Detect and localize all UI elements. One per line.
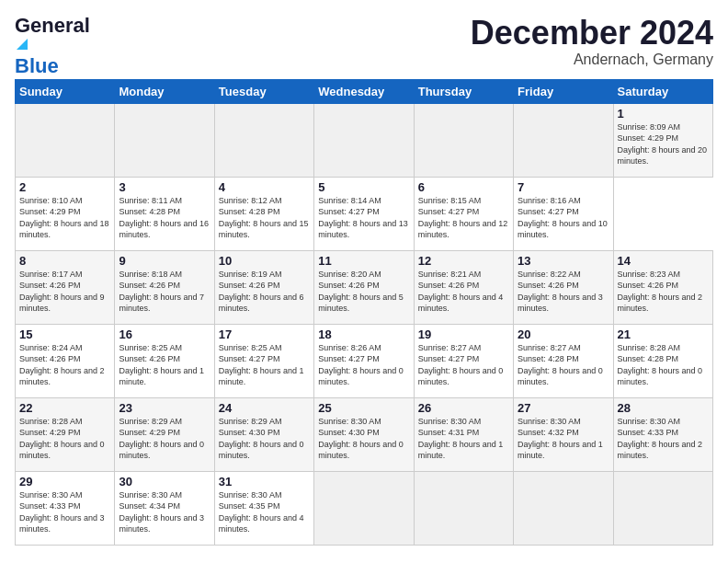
calendar-day-cell: 9Sunrise: 8:18 AMSunset: 4:26 PMDaylight… (115, 250, 214, 324)
calendar-day-cell: 10Sunrise: 8:19 AMSunset: 4:26 PMDayligh… (214, 250, 313, 324)
day-number: 2 (19, 180, 110, 194)
day-info: Sunrise: 8:30 AMSunset: 4:35 PMDaylight:… (219, 490, 304, 534)
day-info: Sunrise: 8:29 AMSunset: 4:29 PMDaylight:… (119, 417, 204, 461)
day-number: 4 (219, 180, 310, 194)
calendar-week-row: 8Sunrise: 8:17 AMSunset: 4:26 PMDaylight… (16, 250, 713, 324)
month-year-title: December 2024 (471, 15, 713, 52)
day-number: 7 (518, 180, 609, 194)
day-info: Sunrise: 8:23 AMSunset: 4:26 PMDaylight:… (618, 270, 703, 314)
day-info: Sunrise: 8:27 AMSunset: 4:27 PMDaylight:… (418, 343, 504, 387)
day-info: Sunrise: 8:28 AMSunset: 4:28 PMDaylight:… (618, 343, 703, 387)
day-info: Sunrise: 8:26 AMSunset: 4:27 PMDaylight:… (318, 343, 404, 387)
day-info: Sunrise: 8:30 AMSunset: 4:33 PMDaylight:… (19, 490, 105, 534)
day-number: 31 (219, 475, 310, 488)
day-number: 12 (418, 254, 509, 268)
calendar-week-row: 2Sunrise: 8:10 AMSunset: 4:29 PMDaylight… (16, 177, 713, 250)
calendar-day-cell: 12Sunrise: 8:21 AMSunset: 4:26 PMDayligh… (414, 250, 513, 324)
day-info: Sunrise: 8:22 AMSunset: 4:26 PMDaylight:… (518, 270, 603, 314)
calendar-day-cell (214, 103, 313, 177)
logo-blue: Blue (15, 55, 97, 76)
day-number: 19 (418, 327, 509, 341)
location-subtitle: Andernach, Germany (471, 52, 713, 68)
header: General Blue December 2024 Andernach, Ge… (15, 15, 713, 68)
calendar-day-cell: 31Sunrise: 8:30 AMSunset: 4:35 PMDayligh… (214, 471, 313, 545)
calendar-day-cell: 21Sunrise: 8:28 AMSunset: 4:28 PMDayligh… (613, 324, 712, 397)
calendar-day-cell: 5Sunrise: 8:14 AMSunset: 4:27 PMDaylight… (314, 177, 414, 250)
day-info: Sunrise: 8:19 AMSunset: 4:26 PMDaylight:… (219, 270, 304, 314)
calendar-day-cell (613, 471, 712, 545)
calendar-day-cell (414, 103, 513, 177)
calendar-day-cell: 11Sunrise: 8:20 AMSunset: 4:26 PMDayligh… (314, 250, 414, 324)
calendar-day-cell (115, 103, 214, 177)
day-info: Sunrise: 8:24 AMSunset: 4:26 PMDaylight:… (19, 343, 105, 387)
calendar-day-cell: 14Sunrise: 8:23 AMSunset: 4:26 PMDayligh… (613, 250, 712, 324)
day-number: 3 (119, 180, 210, 194)
day-number: 14 (618, 254, 709, 268)
calendar-body: 1Sunrise: 8:09 AMSunset: 4:29 PMDaylight… (16, 103, 713, 545)
day-number: 17 (219, 327, 310, 341)
calendar-header-row: SundayMondayTuesdayWednesdayThursdayFrid… (16, 79, 713, 103)
calendar-day-cell: 7Sunrise: 8:16 AMSunset: 4:27 PMDaylight… (514, 177, 613, 250)
day-info: Sunrise: 8:30 AMSunset: 4:32 PMDaylight:… (518, 417, 603, 461)
day-number: 28 (618, 401, 709, 415)
day-number: 27 (518, 401, 609, 415)
main-container: General Blue December 2024 Andernach, Ge… (0, 0, 728, 553)
day-info: Sunrise: 8:20 AMSunset: 4:26 PMDaylight:… (318, 270, 404, 314)
day-number: 18 (318, 327, 409, 341)
day-number: 23 (119, 401, 210, 415)
day-number: 22 (19, 401, 110, 415)
calendar-day-cell (514, 103, 613, 177)
calendar-day-cell: 6Sunrise: 8:15 AMSunset: 4:27 PMDaylight… (414, 177, 513, 250)
calendar-week-row: 29Sunrise: 8:30 AMSunset: 4:33 PMDayligh… (16, 471, 713, 545)
calendar-day-cell: 2Sunrise: 8:10 AMSunset: 4:29 PMDaylight… (16, 177, 115, 250)
day-info: Sunrise: 8:18 AMSunset: 4:26 PMDaylight:… (119, 270, 204, 314)
day-info: Sunrise: 8:25 AMSunset: 4:26 PMDaylight:… (119, 343, 204, 387)
calendar-day-cell: 27Sunrise: 8:30 AMSunset: 4:32 PMDayligh… (514, 397, 613, 471)
calendar-day-cell (16, 103, 115, 177)
col-header-saturday: Saturday (613, 79, 712, 103)
calendar-day-cell: 1Sunrise: 8:09 AMSunset: 4:29 PMDaylight… (613, 103, 712, 177)
day-number: 5 (318, 180, 409, 194)
day-number: 24 (219, 401, 310, 415)
calendar-day-cell: 28Sunrise: 8:30 AMSunset: 4:33 PMDayligh… (613, 397, 712, 471)
calendar-day-cell: 30Sunrise: 8:30 AMSunset: 4:34 PMDayligh… (115, 471, 214, 545)
day-info: Sunrise: 8:14 AMSunset: 4:27 PMDaylight:… (318, 196, 408, 240)
calendar-day-cell (314, 471, 414, 545)
day-number: 6 (418, 180, 509, 194)
day-info: Sunrise: 8:29 AMSunset: 4:30 PMDaylight:… (219, 417, 304, 461)
day-info: Sunrise: 8:12 AMSunset: 4:28 PMDaylight:… (219, 196, 309, 240)
day-info: Sunrise: 8:30 AMSunset: 4:34 PMDaylight:… (119, 490, 204, 534)
calendar-day-cell: 3Sunrise: 8:11 AMSunset: 4:28 PMDaylight… (115, 177, 214, 250)
calendar-week-row: 1Sunrise: 8:09 AMSunset: 4:29 PMDaylight… (16, 103, 713, 177)
calendar-day-cell: 15Sunrise: 8:24 AMSunset: 4:26 PMDayligh… (16, 324, 115, 397)
day-number: 8 (19, 254, 110, 268)
day-info: Sunrise: 8:21 AMSunset: 4:26 PMDaylight:… (418, 270, 504, 314)
calendar-day-cell (314, 103, 414, 177)
day-info: Sunrise: 8:15 AMSunset: 4:27 PMDaylight:… (418, 196, 508, 240)
calendar-day-cell: 23Sunrise: 8:29 AMSunset: 4:29 PMDayligh… (115, 397, 214, 471)
day-info: Sunrise: 8:25 AMSunset: 4:27 PMDaylight:… (219, 343, 304, 387)
day-info: Sunrise: 8:27 AMSunset: 4:28 PMDaylight:… (518, 343, 603, 387)
calendar-day-cell: 24Sunrise: 8:29 AMSunset: 4:30 PMDayligh… (214, 397, 313, 471)
day-info: Sunrise: 8:17 AMSunset: 4:26 PMDaylight:… (19, 270, 105, 314)
col-header-thursday: Thursday (414, 79, 513, 103)
col-header-monday: Monday (115, 79, 214, 103)
day-number: 11 (318, 254, 409, 268)
calendar-day-cell: 19Sunrise: 8:27 AMSunset: 4:27 PMDayligh… (414, 324, 513, 397)
col-header-friday: Friday (514, 79, 613, 103)
day-number: 13 (518, 254, 609, 268)
col-header-tuesday: Tuesday (214, 79, 313, 103)
day-number: 25 (318, 401, 409, 415)
calendar-day-cell: 20Sunrise: 8:27 AMSunset: 4:28 PMDayligh… (514, 324, 613, 397)
day-info: Sunrise: 8:10 AMSunset: 4:29 PMDaylight:… (19, 196, 109, 240)
calendar-day-cell: 8Sunrise: 8:17 AMSunset: 4:26 PMDaylight… (16, 250, 115, 324)
day-number: 20 (518, 327, 609, 341)
calendar-day-cell: 26Sunrise: 8:30 AMSunset: 4:31 PMDayligh… (414, 397, 513, 471)
calendar-week-row: 22Sunrise: 8:28 AMSunset: 4:29 PMDayligh… (16, 397, 713, 471)
day-info: Sunrise: 8:30 AMSunset: 4:30 PMDaylight:… (318, 417, 404, 461)
day-number: 30 (119, 475, 210, 488)
logo-general: General (15, 14, 90, 37)
calendar-day-cell: 18Sunrise: 8:26 AMSunset: 4:27 PMDayligh… (314, 324, 414, 397)
day-number: 26 (418, 401, 509, 415)
day-info: Sunrise: 8:09 AMSunset: 4:29 PMDaylight:… (618, 122, 708, 167)
